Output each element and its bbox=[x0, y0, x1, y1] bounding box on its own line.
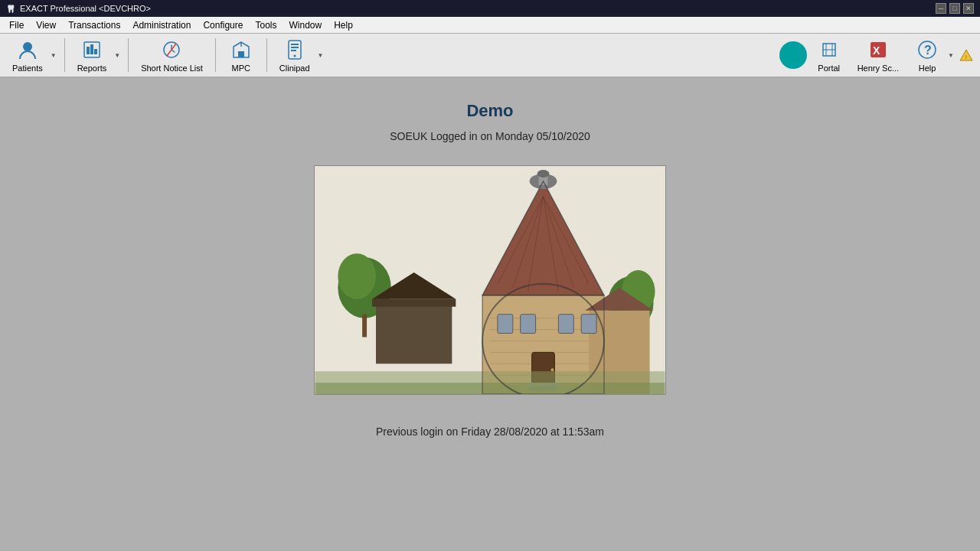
svg-rect-20 bbox=[362, 315, 367, 337]
menu-window[interactable]: Window bbox=[283, 18, 328, 32]
svg-rect-10 bbox=[291, 50, 296, 51]
app-title: EXACT Professional <DEVCHRO> bbox=[20, 4, 151, 13]
patients-group: Patients ▼ bbox=[6, 34, 58, 76]
title-bar: 🦷 EXACT Professional <DEVCHRO> ─ □ ✕ bbox=[0, 0, 980, 17]
menu-bar: File View Transactions Administration Co… bbox=[0, 17, 980, 34]
minimize-button[interactable]: ─ bbox=[936, 3, 946, 14]
separator-3 bbox=[215, 38, 216, 72]
toolbar: Patients ▼ Reports ▼ bbox=[0, 34, 980, 78]
svg-rect-49 bbox=[558, 315, 573, 334]
portal-label: Portal bbox=[818, 64, 840, 73]
help-icon: ? bbox=[915, 37, 939, 62]
svg-rect-47 bbox=[498, 315, 513, 334]
menu-administration[interactable]: Administration bbox=[126, 18, 197, 32]
toolbar-right: Portal X Henry Sc... ? Help bbox=[779, 34, 974, 76]
svg-text:X: X bbox=[873, 44, 880, 57]
short-notice-list-icon bbox=[159, 37, 184, 62]
portal-icon bbox=[817, 37, 841, 62]
portal-label-button[interactable]: Portal bbox=[810, 34, 848, 76]
help-label: Help bbox=[919, 64, 936, 73]
portal-button[interactable] bbox=[779, 41, 807, 69]
menu-configure[interactable]: Configure bbox=[197, 18, 249, 32]
svg-rect-8 bbox=[291, 44, 299, 45]
menu-transactions[interactable]: Transactions bbox=[62, 18, 126, 32]
svg-point-38 bbox=[537, 170, 550, 178]
svg-point-19 bbox=[338, 253, 376, 299]
patients-icon bbox=[15, 37, 40, 62]
building-svg bbox=[315, 166, 665, 394]
svg-rect-6 bbox=[238, 51, 244, 57]
svg-text:?: ? bbox=[924, 44, 932, 57]
mpc-button[interactable]: MPC bbox=[222, 34, 260, 76]
help-button[interactable]: ? Help bbox=[908, 34, 946, 76]
svg-text:!: ! bbox=[965, 54, 968, 60]
reports-dropdown-arrow[interactable]: ▼ bbox=[113, 52, 122, 59]
svg-rect-2 bbox=[87, 47, 90, 54]
svg-rect-56 bbox=[315, 383, 665, 394]
title-bar-controls[interactable]: ─ □ ✕ bbox=[936, 3, 974, 14]
svg-rect-24 bbox=[376, 303, 452, 364]
svg-rect-4 bbox=[94, 49, 97, 54]
menu-view[interactable]: View bbox=[30, 18, 62, 32]
clinipad-dropdown-arrow[interactable]: ▼ bbox=[316, 52, 325, 59]
short-notice-list-button[interactable]: Short Notice List bbox=[135, 34, 209, 76]
admin-button[interactable]: X Henry Sc... bbox=[851, 34, 905, 76]
reports-group: Reports ▼ bbox=[71, 34, 122, 76]
menu-file[interactable]: File bbox=[3, 18, 30, 32]
separator-2 bbox=[128, 38, 129, 72]
mpc-icon bbox=[229, 37, 253, 62]
maximize-button[interactable]: □ bbox=[949, 3, 960, 14]
building-image bbox=[314, 165, 666, 395]
clinipad-button[interactable]: Clinipad bbox=[273, 34, 316, 76]
clinipad-group: Clinipad ▼ bbox=[273, 34, 325, 76]
close-button[interactable]: ✕ bbox=[963, 3, 974, 14]
patients-button[interactable]: Patients bbox=[6, 34, 49, 76]
help-group: ? Help ▼ bbox=[908, 34, 956, 76]
menu-help[interactable]: Help bbox=[328, 18, 359, 32]
patients-dropdown-arrow[interactable]: ▼ bbox=[49, 52, 58, 59]
reports-icon bbox=[80, 37, 104, 62]
demo-title: Demo bbox=[466, 101, 513, 121]
svg-rect-9 bbox=[291, 47, 299, 48]
app-icon: 🦷 bbox=[6, 5, 15, 13]
svg-rect-48 bbox=[521, 315, 536, 334]
admin-icon: X bbox=[866, 37, 890, 62]
separator-4 bbox=[266, 38, 267, 72]
title-bar-left: 🦷 EXACT Professional <DEVCHRO> bbox=[6, 4, 151, 13]
svg-rect-3 bbox=[90, 44, 93, 54]
admin-label: Henry Sc... bbox=[858, 64, 899, 73]
svg-rect-50 bbox=[581, 315, 596, 334]
main-content: Demo SOEUK Logged in on Monday 05/10/202… bbox=[0, 78, 980, 551]
reports-button[interactable]: Reports bbox=[71, 34, 113, 76]
svg-point-0 bbox=[23, 42, 32, 51]
login-info: SOEUK Logged in on Monday 05/10/2020 bbox=[390, 130, 590, 142]
separator-1 bbox=[64, 38, 65, 72]
prev-login: Previous login on Friday 28/08/2020 at 1… bbox=[376, 425, 604, 438]
svg-point-11 bbox=[293, 55, 296, 57]
menu-tools[interactable]: Tools bbox=[249, 18, 283, 32]
svg-rect-25 bbox=[372, 299, 456, 307]
alert-icon[interactable]: ! bbox=[959, 47, 974, 63]
svg-point-52 bbox=[550, 368, 554, 371]
help-dropdown-arrow[interactable]: ▼ bbox=[946, 52, 956, 59]
clinipad-icon bbox=[283, 37, 307, 62]
